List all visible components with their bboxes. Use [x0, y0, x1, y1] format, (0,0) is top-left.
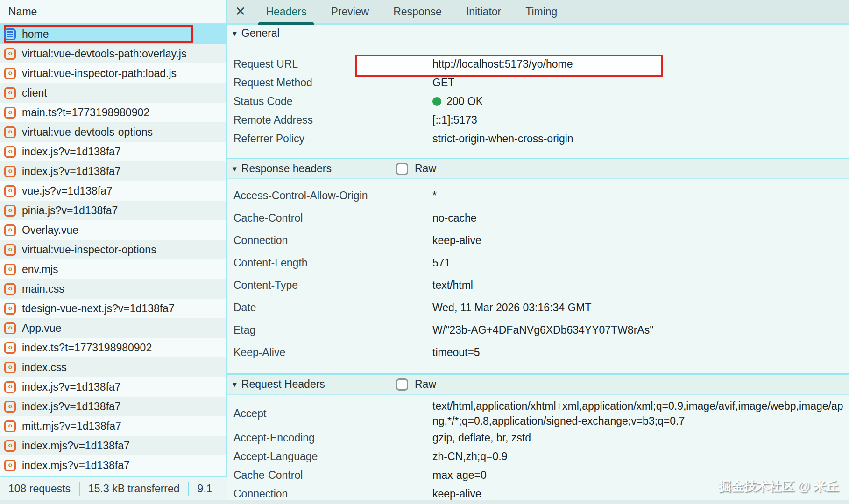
request-list: home ‹› virtual:vue-devtools-path:overla…	[0, 24, 226, 475]
header-name: Etag	[227, 324, 432, 336]
request-row[interactable]: ‹› Overlay.vue	[0, 220, 226, 240]
name-column-header[interactable]: Name	[0, 0, 226, 24]
header-value: text/html,application/xhtml+xml,applicat…	[432, 399, 845, 428]
header-name: Connection	[227, 488, 432, 500]
resources-size-truncated: 9.1	[198, 483, 212, 495]
header-row: Remote Address [::1]:5173	[227, 111, 849, 129]
request-name: main.ts?t=1773198980902	[22, 106, 149, 119]
detail-tab[interactable]: Initiator	[456, 0, 511, 23]
header-value: 200 OK	[432, 94, 845, 109]
request-name: home	[22, 28, 49, 41]
header-value: keep-alive	[432, 233, 845, 248]
header-value: zh-CN,zh;q=0.9	[432, 449, 845, 464]
document-icon	[4, 28, 16, 40]
header-name: Cache-Control	[227, 212, 432, 224]
request-row[interactable]: ‹› virtual:vue-inspector-options	[0, 240, 226, 259]
raw-toggle: Raw	[396, 375, 436, 394]
header-name: Status Code	[227, 95, 432, 108]
detail-tabs: Headers Preview Response Initiator Timin…	[256, 0, 567, 23]
request-row[interactable]: ‹› index.js?v=1d138fa7	[0, 397, 226, 416]
collapse-triangle-icon: ▼	[231, 165, 238, 173]
header-name: Cache-Control	[227, 469, 432, 482]
request-row[interactable]: ‹› index.ts?t=1773198980902	[0, 338, 226, 357]
request-row[interactable]: ‹› index.js?v=1d138fa7	[0, 142, 226, 161]
script-icon: ‹›	[4, 126, 16, 138]
general-rows: Request URL http://localhost:5173/yo/hom…	[227, 55, 849, 148]
request-name: pinia.js?v=1d138fa7	[22, 204, 118, 217]
request-row[interactable]: ‹› index.js?v=1d138fa7	[0, 161, 226, 181]
close-icon[interactable]: ✕	[235, 5, 246, 18]
script-icon: ‹›	[4, 107, 16, 119]
header-row: Status Code 200 OK	[227, 92, 849, 111]
header-row: Content-Type text/html	[227, 274, 849, 296]
request-name: index.mjs?v=1d138fa7	[22, 440, 130, 452]
header-name: Referrer Policy	[227, 133, 432, 145]
header-value: strict-origin-when-cross-origin	[432, 131, 845, 146]
request-name: App.vue	[22, 322, 61, 335]
script-icon: ‹›	[4, 401, 16, 413]
header-value: http://localhost:5173/yo/home	[432, 56, 845, 71]
request-count: 108 requests	[8, 483, 71, 495]
general-section-header[interactable]: ▼ General	[227, 25, 849, 42]
status-ok-dot-icon	[432, 97, 441, 106]
header-row: Content-Length 571	[227, 252, 849, 274]
script-icon: ‹›	[4, 48, 16, 60]
header-value: W/"23b-AG+4DFaNVg6XDb634YY07TW8rAs"	[432, 322, 845, 337]
request-row[interactable]: ‹› index.mjs?v=1d138fa7	[0, 436, 226, 455]
request-row[interactable]: ‹› virtual:vue-inspector-path:load.js	[0, 63, 226, 83]
network-status-bar: 108 requests 15.3 kB transferred 9.1	[0, 476, 227, 500]
request-row[interactable]: ‹› App.vue	[0, 318, 226, 338]
request-row[interactable]: ‹› index.css	[0, 357, 226, 377]
response-header-rows: Access-Control-Allow-Origin * Cache-Cont…	[227, 184, 849, 364]
header-row: Accept-Language zh-CN,zh;q=0.9	[227, 447, 849, 466]
request-row[interactable]: ‹› vue.js?v=1d138fa7	[0, 181, 226, 201]
request-row[interactable]: home	[0, 24, 226, 44]
request-row[interactable]: ‹› index.js?v=1d138fa7	[0, 377, 226, 397]
watermark-text: 掘金技术社区 @ 米丘	[719, 478, 839, 495]
header-value: *	[432, 188, 845, 203]
request-row[interactable]: ‹› main.css	[0, 279, 226, 299]
request-name: index.js?v=1d138fa7	[22, 400, 121, 413]
request-row[interactable]: ‹› pinia.js?v=1d138fa7	[0, 201, 226, 220]
detail-tab-bar: ✕ Headers Preview Response Initiator	[227, 0, 849, 25]
raw-label: Raw	[415, 162, 436, 175]
header-name: Request Method	[227, 77, 432, 89]
script-icon: ‹›	[4, 420, 16, 432]
header-row: Accept-Encoding gzip, deflate, br, zstd	[227, 428, 849, 447]
network-request-sidebar: Name home ‹› virtual:vue-devtools-path:o…	[0, 0, 227, 504]
request-name: virtual:vue-inspector-path:load.js	[22, 67, 177, 80]
request-headers-section-header[interactable]: ▼ Request Headers Raw	[227, 373, 849, 395]
tab-label: Timing	[525, 6, 557, 18]
request-name: virtual:vue-inspector-options	[22, 244, 156, 256]
collapse-triangle-icon: ▼	[231, 380, 238, 388]
detail-tab[interactable]: Preview	[321, 0, 379, 23]
detail-tab[interactable]: Response	[383, 0, 452, 23]
header-row: Date Wed, 11 Mar 2026 03:16:34 GMT	[227, 296, 849, 319]
request-row[interactable]: ‹› client	[0, 83, 226, 103]
request-row[interactable]: ‹› mitt.mjs?v=1d138fa7	[0, 416, 226, 436]
header-row: Connection keep-alive	[227, 229, 849, 252]
script-icon: ‹›	[4, 264, 16, 275]
request-row[interactable]: ‹› index.mjs?v=1d138fa7	[0, 455, 226, 475]
header-name: Keep-Alive	[227, 346, 432, 359]
header-row: Keep-Alive timeout=5	[227, 341, 849, 364]
request-name: index.ts?t=1773198980902	[22, 342, 152, 354]
request-row[interactable]: ‹› env.mjs	[0, 259, 226, 279]
request-row[interactable]: ‹› virtual:vue-devtools-options	[0, 122, 226, 142]
request-row[interactable]: ‹› virtual:vue-devtools-path:overlay.js	[0, 44, 226, 63]
tab-label: Response	[393, 6, 442, 18]
request-name: main.css	[22, 283, 64, 295]
raw-checkbox[interactable]	[396, 163, 408, 175]
raw-checkbox[interactable]	[396, 378, 408, 391]
status-separator	[188, 482, 189, 496]
header-row: Cache-Control no-cache	[227, 207, 849, 229]
script-icon: ‹›	[4, 362, 16, 373]
request-row[interactable]: ‹› tdesign-vue-next.js?v=1d138fa7	[0, 299, 226, 318]
request-headers-title: Request Headers	[241, 378, 325, 391]
header-row: Access-Control-Allow-Origin *	[227, 184, 849, 207]
detail-tab[interactable]: Timing	[516, 0, 567, 23]
request-name: virtual:vue-devtools-path:overlay.js	[22, 48, 186, 60]
request-row[interactable]: ‹› main.ts?t=1773198980902	[0, 103, 226, 122]
response-headers-section-header[interactable]: ▼ Response headers Raw	[227, 158, 849, 179]
detail-tab[interactable]: Headers	[256, 0, 316, 23]
